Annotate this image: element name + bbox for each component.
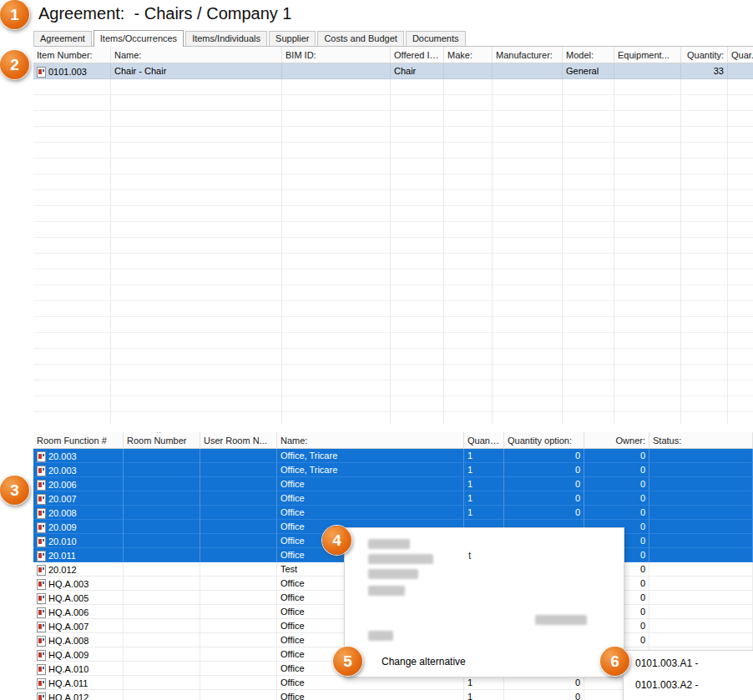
table-row-occurrence[interactable]: 20.008 Office 1 0 0 — [33, 506, 753, 520]
step-badge-1: 1 — [0, 0, 29, 29]
room-number — [124, 534, 200, 548]
table-row-occurrence[interactable]: 20.003 Office, Tricare 1 0 0 — [33, 449, 753, 463]
occurrence-quantity-option: 0 — [504, 676, 584, 690]
room-function-number: 20.012 — [48, 565, 77, 576]
occurrence-name: Office — [277, 690, 464, 700]
column-header-manufacturer[interactable]: Manufacturer: — [493, 47, 563, 63]
occurrence-quantity-option: 0 — [504, 506, 584, 520]
items-table-header: Item Number: Name: BIM ID: Offered Ite..… — [33, 47, 753, 63]
column-header-item-number[interactable]: Item Number: — [33, 47, 111, 63]
column-header-offered-item[interactable]: Offered Ite... — [391, 47, 444, 63]
column-header-name[interactable]: Name: — [277, 432, 464, 449]
occurrence-quantity: 1 — [464, 449, 504, 463]
tab[interactable]: Documents — [406, 31, 466, 46]
room-function-number: 20.010 — [48, 536, 77, 547]
occurrence-name: Office, Tricare — [277, 449, 464, 463]
context-menu-item-redacted[interactable] — [368, 569, 418, 579]
occurrence-quantity: 1 — [464, 477, 504, 491]
occurrence-status — [649, 534, 753, 548]
column-header-model[interactable]: Model: — [563, 47, 614, 63]
context-menu-item-redacted[interactable] — [368, 631, 393, 641]
context-menu-item-change-alternative[interactable]: Change alternative — [346, 653, 623, 671]
occurrence-owner: 0 — [584, 449, 649, 463]
occurrence-status — [649, 619, 753, 633]
column-header-bim-id[interactable]: BIM ID: — [282, 47, 391, 63]
items-table: Item Number: Name: BIM ID: Offered Ite..… — [33, 47, 753, 424]
context-menu-item-redacted[interactable] — [368, 586, 405, 596]
occurrence-quantity-option: 0 — [504, 690, 584, 700]
column-header-status[interactable]: Status: — [649, 432, 753, 449]
user-room-number — [200, 690, 277, 700]
room-function-number: 20.006 — [48, 480, 77, 491]
submenu-item-alternative[interactable]: 0101.003.A2 - — [624, 674, 753, 696]
column-header-name[interactable]: Name: — [111, 47, 282, 63]
room-number — [124, 633, 200, 647]
room-icon — [37, 536, 46, 547]
occurrence-status — [649, 591, 753, 605]
context-menu-item-redacted[interactable] — [368, 554, 433, 564]
room-number — [124, 619, 200, 633]
occurrence-name: Office, Tricare — [277, 463, 464, 477]
user-room-number — [200, 605, 277, 619]
step-badge-6: 6 — [600, 647, 629, 676]
occurrences-table-header: Room Function # ^ Room Number User Room … — [33, 432, 753, 449]
item-make — [444, 63, 493, 79]
room-icon — [37, 466, 46, 476]
room-icon — [37, 593, 46, 604]
occurrence-owner: 0 — [584, 491, 649, 506]
column-header-quantity-option[interactable]: Quantity option: — [504, 432, 584, 449]
item-bim-id — [282, 63, 391, 79]
room-number — [124, 647, 200, 662]
room-number — [124, 591, 200, 605]
submenu-item-alternative[interactable]: 0101.003.A1 - — [624, 652, 753, 674]
tab[interactable]: Supplier — [269, 31, 316, 46]
table-row-occurrence[interactable]: 20.006 Office 1 0 0 — [33, 477, 753, 491]
room-icon — [37, 607, 46, 618]
tab[interactable]: Costs and Budget — [317, 31, 403, 46]
room-icon — [37, 636, 46, 647]
table-row-occurrence[interactable]: 20.007 Office 1 0 0 — [33, 491, 753, 506]
occurrence-owner: 0 — [584, 463, 649, 477]
item-equipment — [614, 63, 681, 79]
user-room-number — [200, 647, 277, 662]
column-header-room-number[interactable]: ^ Room Number — [124, 432, 200, 449]
column-header-quantity-2[interactable]: Quar... — [728, 47, 753, 63]
column-header-equipment[interactable]: Equipment... — [614, 47, 681, 63]
room-icon — [37, 664, 46, 675]
column-header-room-function[interactable]: Room Function # — [33, 432, 124, 449]
column-header-user-room-number[interactable]: User Room N... — [200, 432, 277, 449]
column-header-quantity[interactable]: Quantity: — [464, 432, 504, 449]
occurrence-quantity-option: 0 — [504, 477, 584, 491]
room-number — [124, 662, 200, 676]
occurrence-name: Office — [277, 491, 464, 506]
room-function-number: 20.003 — [48, 451, 77, 462]
item-name: Chair - Chair — [111, 63, 282, 79]
room-function-number: 20.011 — [48, 551, 76, 562]
room-function-number: HQ.A.005 — [48, 593, 88, 604]
user-room-number — [200, 520, 277, 534]
tab[interactable]: Items/Occurrences — [93, 30, 184, 47]
item-manufacturer — [493, 63, 563, 79]
table-row-occurrence[interactable]: 20.003 Office, Tricare 1 0 0 — [33, 463, 753, 477]
occurrence-status — [649, 449, 753, 463]
room-icon — [37, 678, 46, 689]
context-menu-item-redacted[interactable] — [368, 539, 410, 549]
item-quantity-2 — [728, 63, 753, 79]
room-function-number: HQ.A.012 — [48, 692, 88, 700]
occurrence-quantity: 1 — [464, 491, 504, 506]
table-row-item[interactable]: 0101.003 Chair - Chair Chair General 33 — [33, 63, 753, 79]
column-header-owner[interactable]: Owner: — [584, 432, 649, 449]
user-room-number — [200, 463, 277, 477]
room-number — [124, 605, 200, 619]
room-icon — [37, 650, 46, 661]
tab[interactable]: Agreement — [33, 31, 92, 46]
column-header-quantity[interactable]: Quantity: — [681, 47, 728, 63]
user-room-number — [200, 577, 277, 591]
room-number — [124, 463, 200, 477]
user-room-number — [200, 506, 277, 520]
column-header-make[interactable]: Make: — [444, 47, 493, 63]
context-menu-item-redacted[interactable] — [535, 615, 587, 625]
occurrence-status — [649, 491, 753, 506]
user-room-number — [200, 619, 277, 633]
tab[interactable]: Items/Individuals — [185, 31, 267, 46]
